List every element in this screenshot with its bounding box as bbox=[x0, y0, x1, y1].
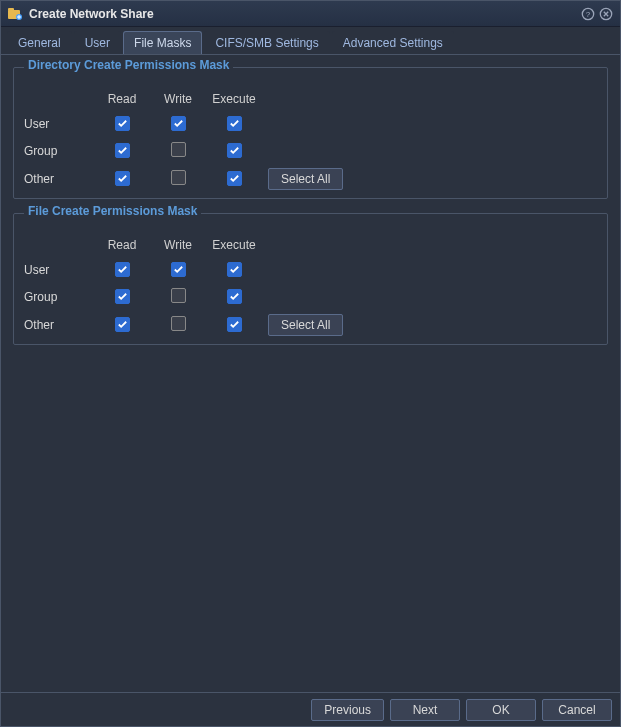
file-select-all-button[interactable]: Select All bbox=[268, 314, 343, 336]
share-folder-icon bbox=[7, 6, 23, 22]
file-group-read[interactable] bbox=[115, 289, 130, 304]
dialog-footer: Previous Next OK Cancel bbox=[1, 692, 620, 726]
tab-advanced-settings[interactable]: Advanced Settings bbox=[332, 31, 454, 54]
dialog-title: Create Network Share bbox=[29, 7, 578, 21]
file-other-write[interactable] bbox=[171, 316, 186, 331]
titlebar: Create Network Share ? bbox=[1, 1, 620, 27]
dir-group-execute[interactable] bbox=[227, 143, 242, 158]
tab-general[interactable]: General bbox=[7, 31, 72, 54]
dialog-body: Directory Create Permissions Mask Read W… bbox=[1, 55, 620, 692]
close-icon[interactable] bbox=[598, 6, 614, 22]
ok-button[interactable]: OK bbox=[466, 699, 536, 721]
file-group-write[interactable] bbox=[171, 288, 186, 303]
svg-text:?: ? bbox=[586, 9, 591, 18]
file-group-execute[interactable] bbox=[227, 289, 242, 304]
dir-other-write[interactable] bbox=[171, 170, 186, 185]
file-other-execute[interactable] bbox=[227, 317, 242, 332]
tab-file-masks[interactable]: File Masks bbox=[123, 31, 202, 54]
col-execute-2: Execute bbox=[206, 238, 262, 252]
row-other-2: Other bbox=[24, 318, 94, 332]
col-read: Read bbox=[94, 92, 150, 106]
fieldset-file-mask: File Create Permissions Mask Read Write … bbox=[13, 213, 608, 345]
dir-other-execute[interactable] bbox=[227, 171, 242, 186]
cancel-button[interactable]: Cancel bbox=[542, 699, 612, 721]
col-execute: Execute bbox=[206, 92, 262, 106]
fieldset-directory-mask: Directory Create Permissions Mask Read W… bbox=[13, 67, 608, 199]
row-group-2: Group bbox=[24, 290, 94, 304]
previous-button[interactable]: Previous bbox=[311, 699, 384, 721]
svg-rect-1 bbox=[8, 8, 14, 11]
tabbar: General User File Masks CIFS/SMB Setting… bbox=[1, 27, 620, 55]
col-read-2: Read bbox=[94, 238, 150, 252]
col-write-2: Write bbox=[150, 238, 206, 252]
dir-user-read[interactable] bbox=[115, 116, 130, 131]
file-user-read[interactable] bbox=[115, 262, 130, 277]
row-other: Other bbox=[24, 172, 94, 186]
help-icon[interactable]: ? bbox=[580, 6, 596, 22]
dir-select-all-button[interactable]: Select All bbox=[268, 168, 343, 190]
file-other-read[interactable] bbox=[115, 317, 130, 332]
dir-other-read[interactable] bbox=[115, 171, 130, 186]
row-user: User bbox=[24, 117, 94, 131]
row-group: Group bbox=[24, 144, 94, 158]
legend-file-mask: File Create Permissions Mask bbox=[24, 204, 201, 218]
tab-user[interactable]: User bbox=[74, 31, 121, 54]
file-user-write[interactable] bbox=[171, 262, 186, 277]
next-button[interactable]: Next bbox=[390, 699, 460, 721]
dialog-create-network-share: Create Network Share ? General User File… bbox=[0, 0, 621, 727]
legend-directory-mask: Directory Create Permissions Mask bbox=[24, 58, 233, 72]
file-user-execute[interactable] bbox=[227, 262, 242, 277]
col-write: Write bbox=[150, 92, 206, 106]
dir-user-write[interactable] bbox=[171, 116, 186, 131]
dir-group-read[interactable] bbox=[115, 143, 130, 158]
tab-cifs-smb-settings[interactable]: CIFS/SMB Settings bbox=[204, 31, 329, 54]
dir-group-write[interactable] bbox=[171, 142, 186, 157]
row-user-2: User bbox=[24, 263, 94, 277]
dir-user-execute[interactable] bbox=[227, 116, 242, 131]
